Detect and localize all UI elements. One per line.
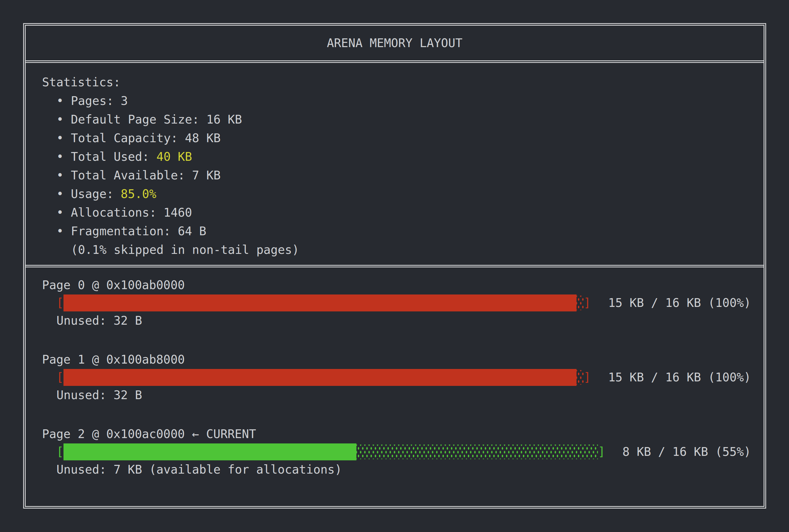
stat-value: 1460 [163, 206, 192, 220]
bullet-icon: • [56, 148, 71, 166]
bar-free-hatch [356, 444, 598, 459]
bar-open-bracket: [ [56, 294, 63, 311]
unused-label: Unused: 32 B [42, 386, 751, 404]
stat-row-default-page-size: •Default Page Size:16 KB [42, 110, 751, 129]
bullet-icon: • [56, 110, 71, 129]
stat-value: 40 KB [156, 150, 192, 164]
unused-label: Unused: 7 KB (available for allocations) [42, 460, 751, 479]
stat-value: 16 KB [206, 113, 242, 126]
page-block-1: Page 1 @ 0x100ab8000 [ ] 15 KB / 16 KB (… [42, 350, 751, 404]
bullet-icon: • [56, 129, 71, 148]
stat-label: Allocations: [71, 206, 156, 220]
stat-value: 3 [121, 94, 128, 108]
bullet-icon: • [56, 203, 71, 222]
bar-free-hatch [577, 370, 584, 385]
page-title: Page 1 @ 0x100ab8000 [42, 350, 751, 369]
bar-close-bracket: ] [598, 443, 605, 460]
usage-label: 8 KB / 16 KB (55%) [622, 442, 751, 461]
stat-row-total-used: •Total Used:40 KB [42, 148, 751, 166]
stats-heading: Statistics: [42, 73, 751, 92]
stats-panel: Statistics: •Pages:3 •Default Page Size:… [26, 63, 764, 267]
stat-label: Total Used: [71, 150, 149, 164]
stat-row-total-available: •Total Available:7 KB [42, 166, 751, 185]
bar-close-bracket: ] [584, 294, 590, 311]
stat-value: 7 KB [192, 168, 221, 182]
usage-label: 15 KB / 16 KB (100%) [608, 368, 751, 387]
usage-bar: [ ] 8 KB / 16 KB (55%) [42, 443, 751, 460]
bar-close-bracket: ] [584, 369, 590, 386]
fragmentation-note: (0.1% skipped in non-tail pages) [42, 241, 751, 259]
bullet-icon: • [56, 222, 71, 241]
stat-label: Total Capacity: [71, 131, 178, 145]
stat-row-usage: •Usage:85.0% [42, 185, 751, 203]
usage-bar: [ ] 15 KB / 16 KB (100%) [42, 369, 751, 386]
stat-value: 48 KB [185, 131, 220, 145]
page-block-2-current: Page 2 @ 0x100ac0000 ← CURRENT [ ] 8 KB … [42, 425, 751, 479]
bullet-icon: • [56, 92, 71, 110]
stat-label: Total Available: [71, 168, 185, 182]
memory-pages-panel: Page 0 @ 0x100ab0000 [ ] 15 KB / 16 KB (… [26, 267, 764, 506]
bar-used-fill [63, 294, 577, 311]
bullet-icon: • [56, 166, 71, 185]
page-block-0: Page 0 @ 0x100ab0000 [ ] 15 KB / 16 KB (… [42, 276, 751, 330]
bullet-icon: • [56, 185, 71, 203]
bar-open-bracket: [ [56, 443, 63, 460]
bar-free-hatch [577, 296, 584, 310]
stat-label: Default Page Size: [71, 113, 199, 126]
usage-bar: [ ] 15 KB / 16 KB (100%) [42, 294, 751, 311]
stat-label: Usage: [71, 187, 114, 201]
arena-memory-window: ARENA MEMORY LAYOUT Statistics: •Pages:3… [23, 23, 766, 509]
stat-value: 85.0% [121, 187, 156, 201]
stat-value: 64 B [178, 224, 206, 238]
page-title: Page 2 @ 0x100ac0000 ← CURRENT [42, 425, 751, 443]
page-title: Page 0 @ 0x100ab0000 [42, 276, 751, 294]
stat-row-fragmentation: •Fragmentation:64 B [42, 222, 751, 241]
unused-label: Unused: 32 B [42, 311, 751, 330]
usage-label: 15 KB / 16 KB (100%) [608, 293, 751, 312]
page-title: ARENA MEMORY LAYOUT [327, 34, 462, 53]
stat-row-total-capacity: •Total Capacity:48 KB [42, 129, 751, 148]
bar-used-fill [63, 443, 356, 460]
stat-label: Pages: [71, 94, 114, 108]
stat-row-pages: •Pages:3 [42, 92, 751, 110]
bar-open-bracket: [ [56, 369, 63, 386]
stat-label: Fragmentation: [71, 224, 171, 238]
stat-row-allocations: •Allocations:1460 [42, 203, 751, 222]
title-bar: ARENA MEMORY LAYOUT [26, 26, 764, 63]
bar-used-fill [63, 369, 577, 386]
